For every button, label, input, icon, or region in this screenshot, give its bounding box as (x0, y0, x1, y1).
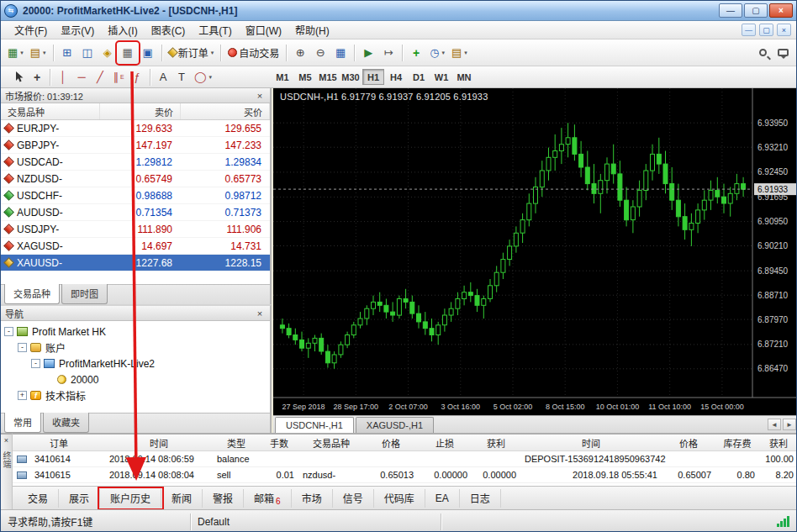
market-row-xauusd[interactable]: XAUUSD-1227.681228.15 (1, 255, 270, 271)
menu-insert[interactable]: 插入(I) (101, 21, 144, 39)
bottom-tab-signals[interactable]: 信号 (333, 489, 374, 508)
history-row[interactable]: 34106152018.09.14 08:08:04sell0.01nzdusd… (13, 467, 797, 483)
terminal-column-7[interactable]: 获利 (472, 436, 520, 450)
new-chart-button[interactable]: ▦▾ (4, 43, 27, 63)
terminal-column-11[interactable]: 获利 (759, 436, 797, 450)
tf-m5[interactable]: M5 (294, 69, 316, 85)
auto-scroll-button[interactable]: ▶ (358, 43, 378, 63)
profile-selector[interactable]: Default (191, 514, 441, 530)
menu-help[interactable]: 帮助(H) (288, 21, 336, 39)
bottom-tab-journal[interactable]: 日志 (460, 489, 501, 508)
tile-windows-button[interactable]: ▦ (330, 43, 351, 63)
market-row-eurjpy[interactable]: EURJPY-129.633129.655 (1, 120, 270, 137)
autotrading-button[interactable]: 自动交易 (224, 43, 282, 63)
bottom-tab-account-history[interactable]: 账户历史 (100, 489, 161, 508)
terminal-column-6[interactable]: 止损 (418, 436, 472, 450)
bottom-tab-news[interactable]: 新闻 (161, 489, 203, 508)
templates-button[interactable]: ▤▾ (448, 43, 471, 63)
strategy-tester-button[interactable]: ▣ (138, 43, 158, 63)
market-watch-button[interactable]: ⊞ (57, 43, 77, 63)
tf-m1[interactable]: M1 (272, 69, 293, 85)
chart-shift-button[interactable]: ↦ (378, 43, 398, 63)
tf-m15[interactable]: M15 (317, 69, 339, 85)
menu-tools[interactable]: 工具(T) (192, 21, 238, 39)
restore-button[interactable]: ▢ (744, 3, 768, 18)
history-row[interactable]: 34106142018.09.14 08:06:59balanceDEPOSIT… (13, 451, 797, 467)
terminal-column-8[interactable]: 时间 (520, 436, 662, 450)
fibonacci-tool[interactable]: ƒ (128, 69, 146, 86)
scroll-right-icon[interactable]: ► (783, 419, 796, 430)
label-tool[interactable]: T (172, 69, 191, 86)
market-row-nzdusd[interactable]: NZDUSD-0.657490.65773 (1, 171, 270, 187)
trendline-tool[interactable]: ╱ (91, 69, 109, 86)
column-ask[interactable]: 买价 (181, 103, 270, 119)
bottom-tab-trade[interactable]: 交易 (18, 489, 59, 508)
tf-h4[interactable]: H4 (385, 69, 407, 85)
market-row-usdjpy[interactable]: USDJPY-111.890111.906 (1, 221, 270, 238)
chart-tab-xagusd[interactable]: XAGUSD-,H1 (356, 417, 434, 433)
navigator-account-20000[interactable]: 20000 (1, 371, 270, 387)
market-row-usdcad[interactable]: USDCAD-1.298121.29834 (1, 154, 270, 171)
navigator-button[interactable]: ◈ (98, 43, 118, 63)
bottom-tab-experts[interactable]: EA (425, 489, 460, 508)
terminal-button[interactable]: ▦ (118, 43, 138, 63)
market-row-usdchf[interactable]: USDCHF-0.986880.98712 (1, 187, 270, 204)
tf-d1[interactable]: D1 (408, 69, 430, 85)
cursor-tool[interactable] (9, 69, 28, 86)
bottom-tab-exposure[interactable]: 展示 (59, 489, 100, 508)
bottom-tab-mailbox[interactable]: 邮箱6 (244, 489, 292, 508)
market-row-xagusd[interactable]: XAGUSD-14.69714.731 (1, 238, 270, 255)
navigator-accounts[interactable]: -账户 (1, 340, 270, 356)
horizontal-line-tool[interactable]: ─ (72, 69, 91, 86)
column-symbol[interactable]: 交易品种 (1, 103, 100, 119)
navigator-tab-0[interactable]: 常用 (4, 413, 41, 433)
column-bid[interactable]: 卖价 (100, 103, 181, 119)
mdi-restore-button[interactable]: ▢ (759, 24, 773, 36)
periods-button[interactable]: ◷▾ (426, 43, 448, 63)
terminal-column-5[interactable]: 价格 (364, 436, 418, 450)
menu-charts[interactable]: 图表(C) (145, 21, 193, 39)
close-icon[interactable]: × (254, 308, 266, 319)
mdi-minimize-button[interactable]: — (742, 24, 756, 36)
navigator-server[interactable]: -ProfitMarketHK-Live2 (1, 356, 270, 371)
navigator-root[interactable]: -Profit Market HK (1, 324, 270, 340)
collapse-icon[interactable]: - (4, 327, 13, 336)
profiles-button[interactable]: ▤▾ (27, 43, 50, 63)
zoom-in-button[interactable]: ⊕ (290, 43, 310, 63)
market-watch-tab-1[interactable]: 即时图 (61, 284, 108, 304)
bottom-tab-market[interactable]: 市场 (292, 489, 333, 508)
crosshair-tool[interactable]: + (28, 69, 46, 86)
shapes-tool[interactable]: ◯▾ (191, 69, 215, 86)
terminal-column-1[interactable]: 时间 (105, 436, 213, 450)
terminal-column-3[interactable]: 手数 (260, 436, 298, 450)
market-row-audusd[interactable]: AUDUSD-0.713540.71373 (1, 204, 270, 221)
bottom-tab-code-base[interactable]: 代码库 (374, 489, 425, 508)
menu-window[interactable]: 窗口(W) (239, 21, 288, 39)
close-icon[interactable]: × (4, 437, 8, 445)
market-watch-tab-0[interactable]: 交易品种 (4, 284, 60, 304)
menu-file[interactable]: 文件(F) (8, 21, 54, 39)
navigator-tab-1[interactable]: 收藏夹 (43, 413, 89, 433)
tf-w1[interactable]: W1 (430, 69, 452, 85)
minimize-button[interactable]: — (719, 3, 742, 18)
find-symbol-button[interactable] (752, 43, 773, 63)
terminal-column-4[interactable]: 交易品种 (298, 436, 364, 450)
collapse-icon[interactable]: - (18, 343, 27, 352)
terminal-column-0[interactable]: 订单 (13, 436, 105, 450)
chart-panel[interactable]: USDCNH-,H1 6.91779 6.91937 6.91205 6.919… (273, 88, 797, 415)
tf-m30[interactable]: M30 (340, 69, 362, 85)
mdi-close-button[interactable]: × (777, 24, 791, 36)
bottom-tab-alerts[interactable]: 警报 (203, 489, 244, 508)
collapse-icon[interactable]: - (31, 359, 40, 368)
terminal-column-10[interactable]: 库存费 (715, 436, 759, 450)
close-icon[interactable]: × (254, 91, 266, 101)
scroll-left-icon[interactable]: ◄ (768, 419, 781, 430)
indicators-button[interactable]: + (406, 43, 426, 63)
vertical-line-tool[interactable]: │ (54, 69, 72, 86)
terminal-column-9[interactable]: 价格 (662, 436, 715, 450)
expand-icon[interactable]: + (18, 391, 27, 400)
market-row-gbpjpy[interactable]: GBPJPY-147.197147.233 (1, 137, 270, 154)
terminal-column-2[interactable]: 类型 (213, 436, 260, 450)
channel-tool[interactable]: ∥E (109, 69, 128, 86)
chat-button[interactable] (773, 43, 793, 63)
